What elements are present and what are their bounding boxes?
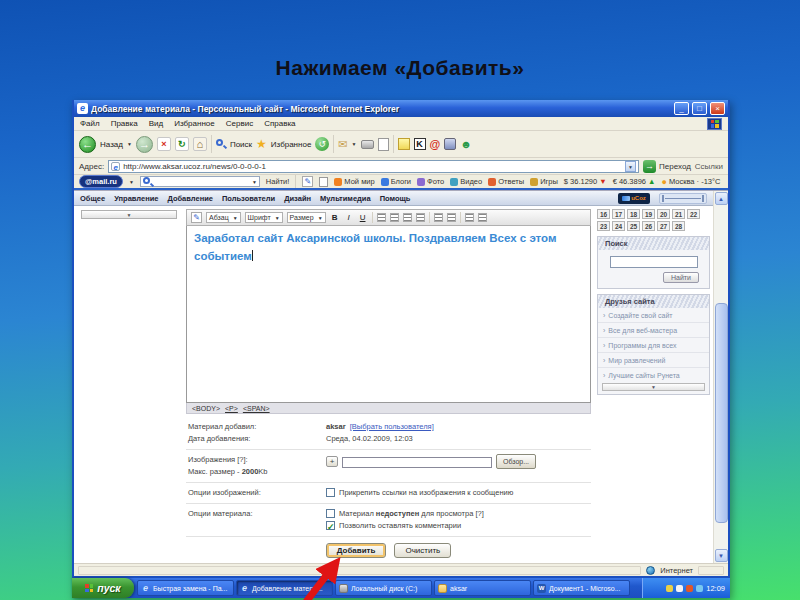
friend-link[interactable]: ›Все для веб-мастера [598, 322, 709, 337]
notes-icon[interactable] [398, 138, 410, 150]
back-icon[interactable]: ← [79, 136, 96, 153]
scroll-up-icon[interactable]: ▲ [715, 192, 728, 205]
mailru-search-input[interactable]: ▼ [140, 176, 260, 187]
calendar-day[interactable]: 17 [612, 209, 625, 219]
menu-tools[interactable]: Сервис [226, 119, 253, 128]
mailru-games[interactable]: Игры [530, 177, 558, 186]
italic-button[interactable]: I [344, 213, 354, 222]
back-label[interactable]: Назад [100, 140, 123, 149]
menu-favorites[interactable]: Избранное [174, 119, 215, 128]
align-justify-icon[interactable] [416, 213, 425, 222]
task-quick-replace[interactable]: eБыстрая замена - Па... [137, 580, 234, 596]
align-center-icon[interactable] [390, 213, 399, 222]
minimize-button[interactable]: _ [674, 102, 689, 115]
scrollbar-thumb[interactable] [715, 303, 728, 523]
calendar-day[interactable]: 19 [642, 209, 655, 219]
mail-dropdown-icon[interactable]: ▼ [352, 141, 357, 147]
nav-design[interactable]: Дизайн [284, 194, 311, 203]
mailru-logo[interactable]: @mail.ru [79, 175, 123, 188]
scroll-down-icon[interactable]: ▼ [715, 549, 728, 562]
print-icon[interactable] [361, 140, 374, 149]
tray-icon[interactable] [696, 585, 703, 592]
nav-help[interactable]: Помощь [380, 194, 411, 203]
messenger-icon[interactable]: ☻ [460, 138, 472, 150]
menu-help[interactable]: Справка [264, 119, 295, 128]
calendar-day[interactable]: 24 [612, 221, 625, 231]
slider-widget[interactable] [659, 193, 707, 204]
address-url[interactable]: http://www.aksar.ucoz.ru/news/0-0-0-0-1 [123, 162, 266, 171]
task-local-disk[interactable]: Локальный диск (C:) [335, 580, 432, 596]
underline-button[interactable]: U [358, 213, 368, 222]
unavailable-checkbox[interactable] [326, 509, 335, 518]
tag-p[interactable]: <P> [225, 405, 238, 412]
task-word-document[interactable]: WДокумент1 - Microso... [533, 580, 630, 596]
calendar-day[interactable]: 25 [627, 221, 640, 231]
favorites-label[interactable]: Избранное [271, 140, 312, 149]
message-editor[interactable]: Заработал сайт Аксаринской школы. Поздра… [186, 226, 591, 403]
mailru-photo[interactable]: Фото [417, 177, 444, 186]
menu-edit[interactable]: Правка [111, 119, 138, 128]
nav-users[interactable]: Пользователи [222, 194, 275, 203]
nav-adding[interactable]: Добавление [167, 194, 212, 203]
calendar-day[interactable]: 20 [657, 209, 670, 219]
tag-span[interactable]: <SPAN> [243, 405, 270, 412]
address-dropdown-icon[interactable]: ▼ [625, 161, 636, 172]
stop-icon[interactable]: × [157, 137, 171, 151]
calendar-day[interactable]: 21 [672, 209, 685, 219]
menu-file[interactable]: Файл [80, 119, 100, 128]
friend-link[interactable]: ›Лучшие сайты Рунета [598, 367, 709, 382]
media-icon[interactable] [444, 138, 456, 150]
search-icon[interactable] [216, 139, 226, 149]
mailru-my-world[interactable]: Мой мир [334, 177, 374, 186]
friend-link[interactable]: ›Мир развлечений [598, 352, 709, 367]
browse-button[interactable]: Обзор... [496, 454, 536, 469]
compose-icon[interactable]: ✎ [302, 176, 313, 187]
outdent-icon[interactable] [465, 213, 474, 222]
search-label[interactable]: Поиск [230, 140, 252, 149]
clear-button[interactable]: Очистить [394, 543, 451, 558]
ordered-list-icon[interactable] [434, 213, 443, 222]
close-button[interactable]: × [710, 102, 725, 115]
maximize-button[interactable]: □ [692, 102, 707, 115]
attach-links-checkbox[interactable] [326, 488, 335, 497]
allow-comments-checkbox[interactable] [326, 521, 335, 530]
k-plugin-icon[interactable]: K [414, 138, 426, 150]
nav-management[interactable]: Управление [114, 194, 158, 203]
editor-mode-icon[interactable]: ✎ [191, 212, 202, 223]
tray-icon[interactable] [666, 585, 673, 592]
nav-general[interactable]: Общее [80, 194, 105, 203]
tray-icon[interactable] [676, 585, 683, 592]
notepad-icon[interactable] [319, 177, 328, 187]
friend-link[interactable]: ›Программы для всех [598, 337, 709, 352]
window-titlebar[interactable]: e Добавление материала - Персональный са… [74, 100, 728, 117]
calendar-day[interactable]: 28 [672, 221, 685, 231]
mailru-find-button[interactable]: Найти! [266, 177, 290, 186]
task-aksar-folder[interactable]: aksar [434, 580, 531, 596]
font-select[interactable]: Шрифт▼ [245, 212, 283, 223]
task-add-material[interactable]: eДобавление матери... [236, 580, 333, 596]
indent-icon[interactable] [478, 213, 487, 222]
vertical-scrollbar[interactable]: ▲ ▼ [713, 191, 728, 563]
unordered-list-icon[interactable] [447, 213, 456, 222]
links-label[interactable]: Ссылки [695, 162, 723, 171]
back-dropdown-icon[interactable]: ▼ [127, 141, 132, 147]
add-button[interactable]: Добавить [326, 543, 387, 558]
go-button[interactable]: → Переход [643, 160, 691, 173]
friend-link[interactable]: ›Создайте свой сайт [598, 308, 709, 322]
size-select[interactable]: Размер▼ [287, 212, 326, 223]
favorites-star-icon[interactable]: ★ [256, 137, 267, 151]
site-search-button[interactable]: Найти [663, 272, 699, 283]
history-icon[interactable]: ↺ [315, 137, 329, 151]
align-left-icon[interactable] [377, 213, 386, 222]
mail-icon[interactable]: ✉ [338, 138, 347, 151]
nav-multimedia[interactable]: Мультимедиа [320, 194, 371, 203]
tag-body[interactable]: <BODY> [192, 405, 220, 412]
mailru-video[interactable]: Видео [450, 177, 482, 186]
edit-page-icon[interactable] [378, 138, 389, 151]
start-button[interactable]: пуск [72, 578, 134, 598]
calendar-day[interactable]: 27 [657, 221, 670, 231]
address-input[interactable]: e http://www.aksar.ucoz.ru/news/0-0-0-0-… [108, 160, 639, 173]
add-image-button[interactable]: + [326, 456, 338, 467]
bold-button[interactable]: B [330, 213, 340, 222]
calendar-day[interactable]: 18 [627, 209, 640, 219]
